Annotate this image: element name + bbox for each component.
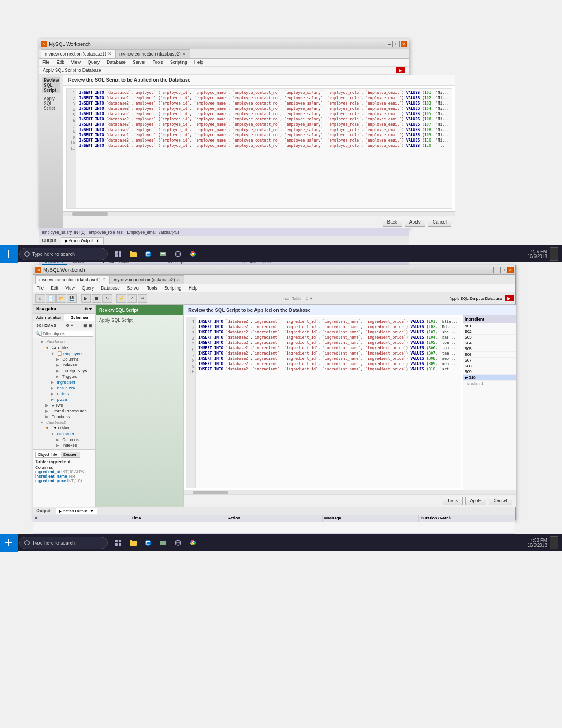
apply-btn-top2[interactable]: ▶ xyxy=(505,295,514,301)
tree-storedprocs1[interactable]: ▶ Stored Procedures xyxy=(33,408,95,414)
close-button2[interactable]: ✕ xyxy=(507,267,514,273)
cancel-button1[interactable]: Cancel xyxy=(428,218,451,227)
toolbar-save-btn[interactable]: 💾 xyxy=(67,294,77,303)
start-button2[interactable] xyxy=(0,534,18,552)
tree-nonpizza[interactable]: ▶ non-pizza xyxy=(33,385,95,391)
menu2-view[interactable]: View xyxy=(64,286,76,291)
result-row-509[interactable]: 509 xyxy=(463,369,516,375)
menu2-server[interactable]: Server xyxy=(126,286,141,291)
menu2-database[interactable]: Database xyxy=(100,286,121,291)
tree-db1[interactable]: ▼ database1 xyxy=(33,339,95,345)
taskbar-search2[interactable]: Type here to search xyxy=(19,537,108,549)
toolbar-explain-btn[interactable]: ⚡ xyxy=(116,294,126,303)
explorer-btn1[interactable] xyxy=(126,247,140,261)
toolbar-rollback-btn[interactable]: ↩ xyxy=(138,294,147,303)
schemas-configure-icon[interactable]: ⚙ ▼ xyxy=(66,323,74,328)
filemanager-btn1[interactable] xyxy=(156,247,170,261)
network-btn2[interactable] xyxy=(171,536,185,550)
result-row-503[interactable]: 503 xyxy=(463,335,516,340)
filter-input[interactable] xyxy=(41,331,93,337)
toolbar-exec-btn[interactable]: ▶ xyxy=(81,294,91,303)
minimize-button2[interactable]: ─ xyxy=(493,267,499,273)
scrollbar-h1[interactable] xyxy=(63,211,454,216)
nav-configure-icon[interactable]: ⚙ ▼ xyxy=(84,307,93,311)
result-row-506[interactable]: 506 xyxy=(463,352,516,358)
menu2-tools[interactable]: Tools xyxy=(145,286,158,291)
tab2-2-close[interactable]: ✕ xyxy=(177,278,180,282)
filemanager-btn2[interactable] xyxy=(156,536,170,550)
result-row-507[interactable]: 507 xyxy=(463,358,516,363)
result-row-508[interactable]: 508 xyxy=(463,363,516,369)
tree-db2[interactable]: ▼ database2 xyxy=(33,419,95,425)
toolbar-stop-btn[interactable]: ⏹ xyxy=(92,294,101,303)
explorer-btn2[interactable] xyxy=(126,536,140,550)
menu-help1[interactable]: Help xyxy=(193,60,205,65)
edge-btn2[interactable] xyxy=(141,536,155,550)
nav-tab-schemas[interactable]: Schemas xyxy=(64,314,95,321)
tab1-db1[interactable]: mynew connection (database1) ✕ xyxy=(41,49,115,58)
close-button1[interactable]: ✕ xyxy=(401,41,407,47)
tree-employee-cols[interactable]: ▶ Columns xyxy=(33,356,95,362)
tree-funcs1[interactable]: ▶ Functions xyxy=(33,414,95,419)
toolbar-home-btn[interactable]: ⌂ xyxy=(35,294,45,303)
edge-btn1[interactable] xyxy=(141,247,155,261)
apply-btn-top[interactable]: ▶ xyxy=(396,67,405,73)
result-row-504[interactable]: 504 xyxy=(463,340,516,346)
tree-employee-trg[interactable]: ▶ Triggers xyxy=(33,373,95,379)
network-btn1[interactable] xyxy=(171,247,185,261)
result-row-505[interactable]: 505 xyxy=(463,346,516,352)
tree-tables1[interactable]: ▼ 🗂 Tables xyxy=(33,345,95,351)
menu-file1[interactable]: File xyxy=(41,60,51,65)
result-row-510[interactable]: ▶ 510 xyxy=(463,375,516,381)
menu2-query[interactable]: Query xyxy=(81,286,95,291)
menu-query1[interactable]: Query xyxy=(86,60,101,65)
tree-orders[interactable]: ▶ orders xyxy=(33,391,95,396)
menu-tools1[interactable]: Tools xyxy=(151,60,164,65)
tab1-close[interactable]: ✕ xyxy=(108,52,112,56)
toolbar-new-btn[interactable]: 📄 xyxy=(46,294,56,303)
action-output-tab1[interactable]: ▶ Action Output ▼ xyxy=(61,237,104,244)
menu-server1[interactable]: Server xyxy=(131,60,147,65)
toolbar-open-btn[interactable]: 📂 xyxy=(56,294,66,303)
nav-tab-admin[interactable]: Administration xyxy=(33,314,64,321)
menu2-help[interactable]: Help xyxy=(187,286,199,291)
tab2-db1[interactable]: mynew connection (database1) ✕ xyxy=(35,275,110,284)
tree-pizza[interactable]: ▶ pizza xyxy=(33,396,95,402)
menu-scripting1[interactable]: Scripting xyxy=(169,60,189,65)
apply-button1[interactable]: Apply xyxy=(405,218,425,227)
tree-ingredient[interactable]: ▶ ingredient xyxy=(33,379,95,385)
task-view-btn2[interactable] xyxy=(111,536,125,550)
menu-edit1[interactable]: Edit xyxy=(55,60,65,65)
apply-sql-item1[interactable]: Apply SQL Script xyxy=(42,95,60,112)
tab2-close[interactable]: ✕ xyxy=(182,52,186,56)
menu-database1[interactable]: Database xyxy=(105,60,127,65)
start-button1[interactable] xyxy=(0,245,18,263)
tree-customer[interactable]: ▼ customer xyxy=(33,431,95,437)
cancel-button2[interactable]: Cancel xyxy=(489,497,512,505)
scrollbar-h2[interactable] xyxy=(184,490,516,494)
chrome-btn2[interactable] xyxy=(186,536,200,550)
show-desktop-btn2[interactable] xyxy=(550,536,558,549)
tree-tables2[interactable]: ▼ 🗂 Tables xyxy=(33,425,95,431)
sql-code2[interactable]: INSERT INTO `database2`.`ingredient` (`i… xyxy=(196,317,461,488)
scrollbar-thumb1[interactable] xyxy=(72,212,108,216)
show-desktop-btn1[interactable] xyxy=(550,247,558,261)
tab1-db2[interactable]: mynew connection (database2) ✕ xyxy=(115,49,190,58)
task-view-btn1[interactable] xyxy=(111,247,125,261)
tree-views1[interactable]: ▶ Views xyxy=(33,402,95,408)
tab2-1-close[interactable]: ✕ xyxy=(102,277,106,282)
sql-code1[interactable]: INSERT INTO `database2`.`employee` (`emp… xyxy=(76,89,451,208)
taskbar-search1[interactable]: Type here to search xyxy=(19,248,108,260)
menu-view1[interactable]: View xyxy=(70,60,82,65)
toolbar-commit-btn[interactable]: ✓ xyxy=(127,294,137,303)
scrollbar-thumb2[interactable] xyxy=(193,491,228,494)
apply-button2[interactable]: Apply xyxy=(465,497,486,505)
result-row-501[interactable]: 501 xyxy=(463,323,516,329)
action-tab-arrow2[interactable]: ▼ xyxy=(90,509,94,513)
tree-employee[interactable]: ▼ 📋 employee xyxy=(33,351,95,356)
back-button2[interactable]: Back xyxy=(443,497,462,505)
tree-customer-cols[interactable]: ▶ Columns xyxy=(33,437,95,442)
menu2-edit[interactable]: Edit xyxy=(49,286,60,291)
menu2-file[interactable]: File xyxy=(35,286,45,291)
minimize-button1[interactable]: ─ xyxy=(387,41,393,47)
